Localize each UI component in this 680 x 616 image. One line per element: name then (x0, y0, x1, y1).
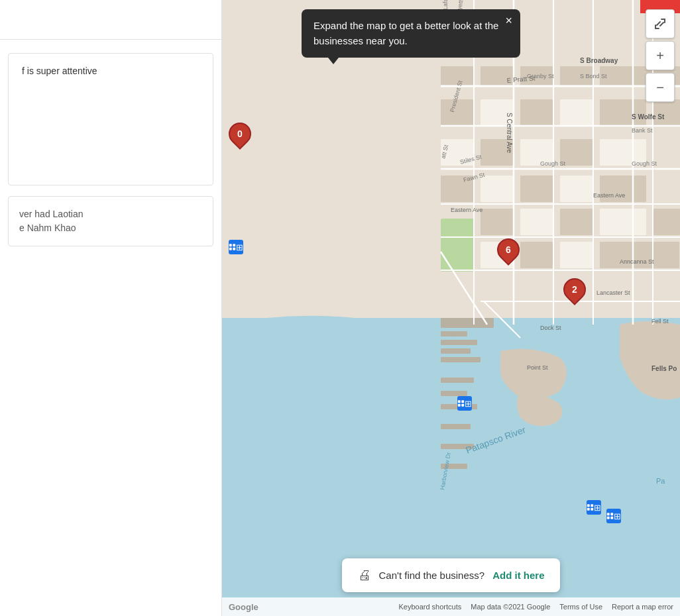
svg-rect-95 (587, 504, 590, 507)
tooltip-close-button[interactable]: × (505, 15, 512, 26)
svg-rect-90 (233, 248, 235, 250)
svg-rect-24 (481, 209, 514, 235)
svg-text:Anncanna St: Anncanna St (620, 258, 654, 265)
svg-text:S Broadway: S Broadway (580, 57, 618, 64)
left-panel: f is super attentive ver had Laotian e N… (0, 0, 222, 616)
svg-text:Bank St: Bank St (632, 127, 653, 134)
svg-rect-27 (600, 209, 646, 235)
svg-rect-39 (441, 378, 474, 383)
svg-rect-89 (229, 248, 232, 250)
svg-rect-42 (441, 424, 471, 429)
svg-rect-12 (600, 99, 646, 126)
svg-rect-28 (653, 209, 680, 235)
svg-rect-101 (607, 517, 610, 519)
svg-rect-10 (520, 99, 553, 126)
svg-rect-87 (229, 244, 232, 246)
svg-text:Point St: Point St (527, 364, 548, 371)
svg-rect-25 (520, 209, 553, 235)
map-marker-blue-3[interactable] (587, 500, 601, 515)
map-marker-blue-4[interactable] (606, 509, 621, 523)
svg-text:Lafayette St: Lafayette St (442, 0, 449, 10)
review-block-1: f is super attentive (8, 53, 213, 185)
map-marker-blue-2[interactable] (457, 396, 472, 411)
svg-rect-33 (441, 219, 474, 272)
svg-text:Gough St: Gough St (540, 160, 566, 167)
report-map-error-link[interactable]: Report a map error (612, 603, 673, 611)
svg-rect-91 (458, 400, 461, 403)
pin-label-2: 2 (572, 284, 577, 295)
svg-rect-88 (233, 244, 235, 246)
svg-rect-97 (587, 508, 590, 511)
svg-rect-92 (461, 400, 464, 403)
svg-rect-93 (458, 404, 461, 407)
cta-icon: 🖨 (358, 568, 371, 583)
svg-rect-11 (560, 99, 593, 126)
map-tooltip: × Expand the map to get a better look at… (302, 9, 520, 58)
svg-text:Dock St: Dock St (540, 325, 561, 331)
svg-text:Gough St: Gough St (632, 160, 657, 167)
svg-rect-38 (441, 357, 481, 362)
svg-rect-98 (591, 508, 593, 511)
svg-rect-20 (481, 176, 514, 202)
svg-rect-22 (560, 176, 593, 202)
svg-text:Eastern Ave: Eastern Ave (593, 192, 625, 199)
map-footer: Google Keyboard shortcuts Map data ©2021… (222, 597, 680, 616)
svg-rect-102 (610, 517, 613, 519)
pin-label-0: 0 (237, 128, 243, 139)
svg-rect-100 (610, 513, 613, 515)
svg-text:Lancaster St: Lancaster St (596, 289, 630, 296)
cta-text: Can't find the business? (379, 570, 485, 581)
add-business-link[interactable]: Add it here (492, 570, 544, 581)
map-cta-bar: 🖨 Can't find the business? Add it here (342, 558, 561, 592)
tooltip-text: Expand the map to get a better look at t… (313, 20, 498, 46)
svg-rect-31 (560, 242, 593, 268)
expand-map-button[interactable] (646, 9, 675, 38)
svg-rect-30 (520, 242, 553, 268)
terms-of-use-link[interactable]: Terms of Use (559, 603, 602, 611)
review-text-1: f is super attentive (9, 54, 213, 89)
keyboard-shortcuts-link[interactable]: Keyboard shortcuts (398, 603, 461, 611)
svg-text:S Wolfe St: S Wolfe St (632, 113, 665, 121)
svg-rect-13 (653, 99, 680, 126)
svg-text:Pa: Pa (656, 477, 665, 485)
map-controls: + − (646, 9, 675, 102)
map-marker-blue-1[interactable] (229, 240, 243, 254)
zoom-in-button[interactable]: + (646, 41, 675, 70)
svg-rect-35 (441, 331, 467, 336)
svg-rect-40 (441, 391, 467, 396)
review-text-2: ver had Laotian e Nahm Khao (19, 207, 202, 235)
review-block-2: ver had Laotian e Nahm Khao (8, 196, 213, 246)
map-data-label: Map data ©2021 Google (471, 603, 550, 611)
svg-rect-26 (560, 209, 593, 235)
svg-rect-96 (591, 504, 593, 507)
svg-rect-21 (520, 176, 553, 202)
google-logo: Google (229, 602, 258, 612)
svg-rect-37 (441, 348, 471, 354)
svg-text:S Central Ave: S Central Ave (506, 113, 513, 153)
svg-text:S Bond St: S Bond St (580, 73, 607, 79)
zoom-out-button[interactable]: − (646, 73, 675, 102)
svg-text:Eastern Ave: Eastern Ave (451, 207, 482, 213)
review-card-top (0, 0, 221, 40)
svg-text:Fell St: Fell St (652, 318, 669, 325)
svg-text:Fells Po: Fells Po (652, 365, 677, 372)
svg-text:Granby St: Granby St (527, 73, 554, 79)
map-container: E Pratt St Granby St S Bond St S Broadwa… (222, 0, 680, 616)
svg-rect-99 (607, 513, 610, 515)
svg-rect-36 (441, 340, 477, 345)
svg-rect-94 (461, 404, 464, 407)
pin-label-6: 6 (506, 244, 511, 255)
